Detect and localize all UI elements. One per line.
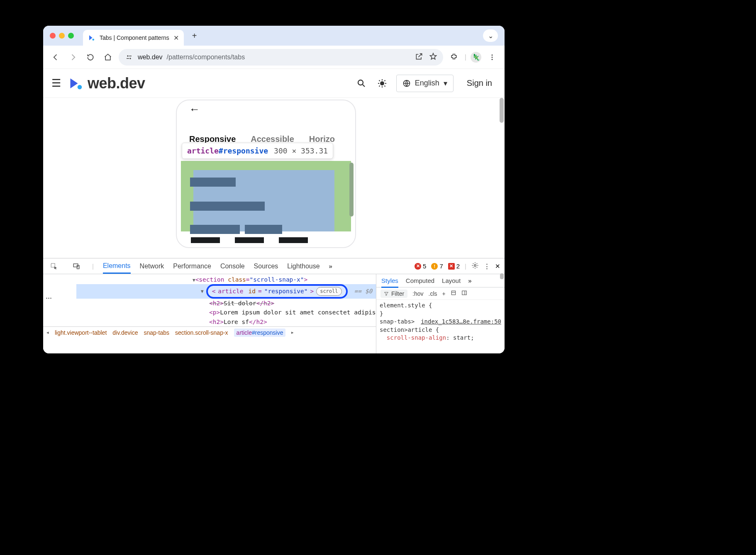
tab-title: Tabs | Component patterns xyxy=(100,34,169,41)
devtools-close-icon[interactable]: ✕ xyxy=(495,263,500,270)
devtools-kebab-icon[interactable]: ⋮ xyxy=(484,263,490,270)
minimize-window-button[interactable] xyxy=(59,33,65,39)
svg-point-3 xyxy=(129,58,131,59)
filter-icon xyxy=(384,291,389,296)
[interactable]: Styles xyxy=(381,277,398,288)
source-link[interactable]: index_1c583…8e.frame:50 xyxy=(421,318,501,326)
sidebar-toggle-icon[interactable] xyxy=(461,290,467,297)
language-label: English xyxy=(415,79,439,88)
page-scrollbar[interactable] xyxy=(500,98,504,123)
preview-scrollbar[interactable] xyxy=(349,163,354,217)
styles-body[interactable]: element.style { } snap-tabs> index_1c583… xyxy=(376,300,505,353)
placeholder-bar xyxy=(279,237,308,243)
tab-favicon xyxy=(88,34,95,41)
scroll-pill: scroll xyxy=(316,287,341,296)
device-toolbar-icon[interactable] xyxy=(70,260,83,273)
search-icon[interactable] xyxy=(355,77,368,90)
browser-toolbar: web.dev/patterns/components/tabs | 🦎 xyxy=(43,46,505,69)
svg-point-9 xyxy=(358,80,363,85)
filter-input[interactable]: Filter xyxy=(380,290,407,298)
device-preview: ← Responsive Accessible Horizo article#r… xyxy=(176,100,356,248)
dom-row[interactable]: <h2>Sit dolor</h2> xyxy=(76,299,376,308)
theme-toggle-icon[interactable] xyxy=(376,77,389,90)
dom-row[interactable]: <h2>Lore sf</h2> xyxy=(76,317,376,326)
inspect-highlight xyxy=(181,161,351,231)
placeholder-bar xyxy=(191,237,220,243)
panel-lighthouse[interactable]: Lighthouse xyxy=(287,263,319,270)
crumb[interactable]: light.viewport--tablet xyxy=(55,329,107,336)
panel-console[interactable]: Console xyxy=(220,263,245,270)
crumb[interactable]: div.device xyxy=(112,329,138,336)
open-external-icon[interactable] xyxy=(415,52,423,62)
tab-close-button[interactable]: ✕ xyxy=(173,34,179,42)
styles-scrollbar[interactable] xyxy=(500,274,504,279)
page-content: ← Responsive Accessible Horizo article#r… xyxy=(43,98,505,258)
preview-back-button[interactable]: ← xyxy=(189,103,200,116)
dom-row-selected[interactable]: ▼ <article id="responsive"> scroll == $0 xyxy=(76,284,376,298)
inspect-tooltip: article#responsive 300 × 353.31 xyxy=(182,143,333,159)
svg-point-1 xyxy=(127,55,128,56)
tab-computed[interactable]: Computed xyxy=(406,277,434,284)
extensions-button[interactable] xyxy=(447,51,461,64)
dom-row[interactable]: ▼<section class="scroll-snap-x"> xyxy=(76,275,376,284)
webdev-logo-icon xyxy=(68,76,83,91)
crumb[interactable]: section.scroll-snap-x xyxy=(175,329,228,336)
profile-avatar[interactable]: 🦎 xyxy=(471,52,481,63)
chevron-down-icon: ▾ xyxy=(444,79,447,88)
svg-point-5 xyxy=(492,54,493,56)
hamburger-menu-button[interactable]: ☰ xyxy=(51,77,61,90)
settings-gear-icon[interactable] xyxy=(471,262,479,270)
tab-layout[interactable]: Layout xyxy=(442,277,461,284)
panels-overflow-icon[interactable]: » xyxy=(329,263,332,270)
browser-tab[interactable]: Tabs | Component patterns ✕ xyxy=(83,30,184,46)
crumb[interactable]: snap-tabs xyxy=(144,329,169,336)
tab-overflow-button[interactable]: ⌄ xyxy=(483,29,498,42)
svg-point-10 xyxy=(380,81,384,85)
panel-elements[interactable]: Elements xyxy=(103,262,131,274)
cls-toggle[interactable]: .cls xyxy=(429,290,437,297)
errors-badge[interactable]: ✕5 xyxy=(415,263,426,270)
placeholder-bar xyxy=(190,202,265,211)
reload-button[interactable] xyxy=(84,51,97,64)
placeholder-bar xyxy=(190,225,240,234)
issues-badge[interactable]: ✕2 xyxy=(448,263,460,270)
hov-toggle[interactable]: :hov xyxy=(412,290,423,297)
crumb-left-icon[interactable]: ◂ xyxy=(46,330,49,335)
console-ref: == $0 xyxy=(354,287,373,296)
kebab-menu-button[interactable] xyxy=(485,51,499,64)
inspect-element-icon[interactable] xyxy=(47,260,61,273)
url-path: /patterns/components/tabs xyxy=(167,54,245,61)
elements-tree[interactable]: ⋯ ▼<section class="scroll-snap-x"> ▼ <ar… xyxy=(43,274,376,353)
dom-row[interactable]: <p>Lorem ipsum dolor sit amet consectet … xyxy=(76,308,376,317)
sign-in-button[interactable]: Sign in xyxy=(467,78,492,88)
site-settings-icon[interactable] xyxy=(124,53,134,62)
breadcrumbs: ◂ light.viewport--tablet div.device snap… xyxy=(43,326,376,338)
maximize-window-button[interactable] xyxy=(68,33,74,39)
close-window-button[interactable] xyxy=(50,33,56,39)
back-button[interactable] xyxy=(49,51,62,64)
chevron-down-icon: ⌄ xyxy=(488,32,493,40)
brand[interactable]: web.dev xyxy=(68,75,145,92)
language-select[interactable]: English ▾ xyxy=(396,75,454,92)
globe-icon xyxy=(402,79,411,88)
devtools: | Elements Network Performance Console S… xyxy=(43,258,505,353)
forward-button[interactable] xyxy=(66,51,80,64)
home-button[interactable] xyxy=(101,51,115,64)
placeholder-bar xyxy=(190,178,236,187)
placeholder-bar xyxy=(235,237,264,243)
panel-sources[interactable]: Sources xyxy=(254,263,278,270)
devtools-tabs: | Elements Network Performance Console S… xyxy=(43,258,505,274)
panel-performance[interactable]: Performance xyxy=(173,263,211,270)
address-bar[interactable]: web.dev/patterns/components/tabs xyxy=(119,49,443,66)
svg-point-7 xyxy=(492,58,493,60)
svg-rect-2 xyxy=(129,56,132,56)
bookmark-icon[interactable] xyxy=(429,52,437,62)
crumb-right-icon[interactable]: ▸ xyxy=(291,330,294,335)
tabs-overflow-icon[interactable]: » xyxy=(468,277,471,284)
computed-style-icon[interactable] xyxy=(451,290,456,297)
warnings-badge[interactable]: !7 xyxy=(431,263,443,270)
tree-ellipsis: ⋯ xyxy=(46,294,52,302)
new-tab-button[interactable]: + xyxy=(192,31,197,41)
new-style-icon[interactable]: + xyxy=(442,290,446,297)
panel-network[interactable]: Network xyxy=(140,263,164,270)
